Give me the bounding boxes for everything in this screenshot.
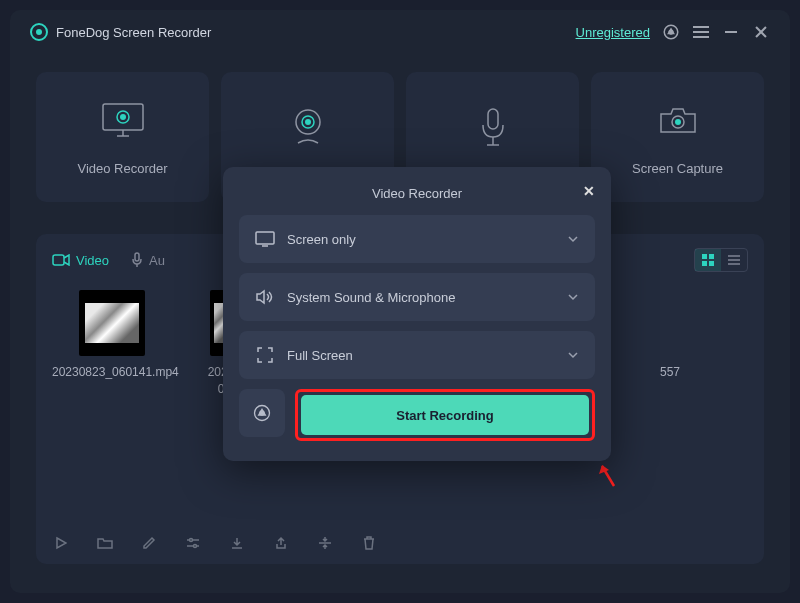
close-button[interactable] xyxy=(752,23,770,41)
file-name: 20230823_060141.mp4 xyxy=(52,364,172,381)
file-name: 557 xyxy=(630,364,710,381)
svg-rect-33 xyxy=(256,232,274,244)
play-icon[interactable] xyxy=(52,534,70,552)
chevron-down-icon xyxy=(567,351,579,359)
tab-audio[interactable]: Au xyxy=(131,252,165,268)
svg-rect-20 xyxy=(135,253,139,261)
mode-label: Video Recorder xyxy=(77,161,167,176)
svg-point-37 xyxy=(260,411,264,415)
svg-rect-14 xyxy=(488,109,498,129)
sliders-icon[interactable] xyxy=(184,534,202,552)
audio-source-select[interactable]: System Sound & Microphone xyxy=(239,273,595,321)
svg-point-2 xyxy=(669,30,673,34)
file-item[interactable]: 557 xyxy=(630,290,710,398)
edit-icon[interactable] xyxy=(140,534,158,552)
area-select[interactable]: Full Screen xyxy=(239,331,595,379)
monitor-icon xyxy=(255,229,275,249)
monitor-record-icon xyxy=(101,99,145,141)
trash-icon[interactable] xyxy=(360,534,378,552)
download-icon[interactable] xyxy=(228,534,246,552)
share-icon[interactable] xyxy=(272,534,290,552)
svg-point-31 xyxy=(190,539,193,542)
minimize-button[interactable] xyxy=(722,23,740,41)
svg-rect-25 xyxy=(709,261,714,266)
audio-source-label: System Sound & Microphone xyxy=(287,290,455,305)
svg-rect-23 xyxy=(709,254,714,259)
unregistered-link[interactable]: Unregistered xyxy=(576,25,650,40)
recording-settings-button[interactable] xyxy=(239,389,285,437)
svg-point-32 xyxy=(194,545,197,548)
tab-audio-label: Au xyxy=(149,253,165,268)
svg-point-10 xyxy=(120,114,126,120)
view-toggle xyxy=(694,248,748,272)
chevron-down-icon xyxy=(567,293,579,301)
folder-icon[interactable] xyxy=(96,534,114,552)
bottom-toolbar xyxy=(52,534,378,552)
svg-rect-24 xyxy=(702,261,707,266)
start-recording-highlight: Start Recording xyxy=(295,389,595,441)
mode-video-recorder[interactable]: Video Recorder xyxy=(36,72,209,202)
svg-point-18 xyxy=(675,119,681,125)
list-view-button[interactable] xyxy=(721,249,747,271)
speaker-icon xyxy=(255,287,275,307)
app-title: FoneDog Screen Recorder xyxy=(56,25,211,40)
settings-gear-icon[interactable] xyxy=(662,23,680,41)
svg-rect-19 xyxy=(53,255,64,265)
app-logo-icon xyxy=(30,23,48,41)
area-label: Full Screen xyxy=(287,348,353,363)
tab-video[interactable]: Video xyxy=(52,253,109,268)
menu-icon[interactable] xyxy=(692,23,710,41)
capture-source-label: Screen only xyxy=(287,232,356,247)
thumbnail-icon xyxy=(79,290,145,356)
video-recorder-dialog: Video Recorder ✕ Screen only System Soun… xyxy=(223,167,611,461)
mode-screen-capture[interactable]: Screen Capture xyxy=(591,72,764,202)
camera-icon xyxy=(657,99,699,141)
app-window: FoneDog Screen Recorder Unregistered xyxy=(10,10,790,593)
titlebar: FoneDog Screen Recorder Unregistered xyxy=(10,10,790,54)
webcam-icon xyxy=(290,106,326,148)
grid-view-button[interactable] xyxy=(695,249,721,271)
compress-icon[interactable] xyxy=(316,534,334,552)
chevron-down-icon xyxy=(567,235,579,243)
mode-label: Screen Capture xyxy=(632,161,723,176)
fullscreen-icon xyxy=(255,345,275,365)
file-item[interactable]: 20230823_060141.mp4 xyxy=(52,290,172,398)
dialog-close-icon[interactable]: ✕ xyxy=(583,183,595,199)
svg-rect-22 xyxy=(702,254,707,259)
microphone-icon xyxy=(479,106,507,148)
dialog-title: Video Recorder xyxy=(372,186,462,201)
start-recording-button[interactable]: Start Recording xyxy=(301,395,589,435)
svg-point-13 xyxy=(305,119,311,125)
tab-video-label: Video xyxy=(76,253,109,268)
capture-source-select[interactable]: Screen only xyxy=(239,215,595,263)
